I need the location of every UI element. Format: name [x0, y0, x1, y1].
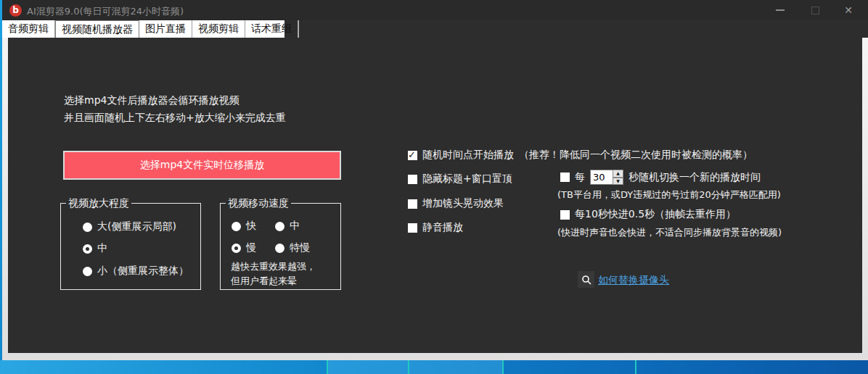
spinner-down-button[interactable]: ▼ [613, 178, 623, 186]
speed-note-line-2: 但用户看起来晕 [231, 275, 297, 288]
checkbox-icon [408, 199, 417, 209]
tab-video-edit[interactable]: 视频剪辑 [192, 20, 245, 38]
checkbox-hide-title-topmost[interactable]: 隐藏标题+窗口置顶 [408, 173, 512, 186]
checkbox-fast-forward[interactable]: 每10秒快进0.5秒（抽帧去重作用） [560, 208, 736, 221]
tab-script-remix[interactable]: 话术重组 [245, 20, 298, 38]
checkbox-label: 每10秒快进0.5秒（抽帧去重作用） [575, 208, 736, 221]
interval-value-input[interactable] [590, 170, 613, 185]
tab-video-random-player[interactable]: 视频随机播放器 [55, 20, 139, 38]
intro-line-1: 选择mp4文件后播放器会循环播放视频 [64, 94, 239, 107]
speed-note-line-1: 越快去重效果越强， [231, 260, 316, 273]
checkbox-checked-icon [408, 151, 417, 160]
zoom-level-group: 视频放大程度 大(侧重展示局部) 中 小（侧重展示整体） [60, 203, 201, 290]
desktop-divider [408, 360, 409, 374]
radio-zoom-small[interactable]: 小（侧重展示整体） [83, 265, 189, 278]
spinner-up-button[interactable]: ▲ [613, 170, 623, 178]
radio-zoom-large[interactable]: 大(侧重展示局部) [83, 220, 176, 233]
select-mp4-button[interactable]: 选择mp4文件实时位移播放 [63, 151, 341, 180]
checkbox-icon [560, 210, 570, 220]
desktop-divider [327, 360, 328, 374]
fast-forward-note: (快进时声音也会快进，不适合同步播放背景音的视频) [557, 226, 782, 239]
radio-icon [232, 222, 241, 231]
radio-speed-slow[interactable]: 慢 [232, 241, 256, 254]
radio-icon [83, 223, 92, 232]
radio-label: 中 [290, 220, 300, 233]
radio-selected-icon [232, 244, 241, 253]
minimize-icon [776, 9, 785, 11]
interval-suffix: 秒随机切换一个新的播放时间 [629, 171, 761, 184]
checkbox-hint: （推荐！降低同一个视频二次使用时被检测的概率） [519, 149, 753, 162]
radio-speed-extra-slow[interactable]: 特慢 [275, 241, 310, 254]
close-icon: ✕ [844, 5, 853, 15]
tab-image-live[interactable]: 图片直播 [139, 20, 192, 38]
search-icon [581, 275, 591, 285]
minimize-button[interactable] [766, 0, 795, 20]
radio-label: 大(侧重展示局部) [97, 220, 176, 233]
radio-label: 中 [97, 242, 107, 255]
move-speed-group: 视频移动速度 快 中 慢 特慢 越快去重效果越强， 但用户看起来晕 [220, 203, 341, 290]
radio-icon [275, 222, 284, 231]
tab-bar: 音频剪辑 视频随机播放器 图片直播 视频剪辑 话术重组 [2, 20, 284, 38]
desktop-background-bottom [0, 360, 868, 374]
radio-zoom-medium[interactable]: 中 [83, 242, 107, 255]
checkbox-label: 随机时间点开始播放 [422, 149, 514, 162]
search-button[interactable] [578, 271, 594, 288]
maximize-button[interactable] [801, 0, 830, 20]
radio-icon [275, 244, 284, 253]
camera-help-link[interactable]: 如何替换摄像头 [598, 274, 669, 287]
zoom-level-group-title: 视频放大程度 [66, 197, 131, 210]
radio-label: 小（侧重展示整体） [97, 265, 189, 278]
radio-speed-medium[interactable]: 中 [275, 220, 300, 233]
checkbox-label: 隐藏标题+窗口置顶 [422, 173, 512, 186]
radio-label: 慢 [246, 241, 256, 254]
radio-selected-icon [83, 244, 92, 254]
main-panel: 选择mp4文件后播放器会循环播放视频 并且画面随机上下左右移动+放大缩小来完成去… [8, 38, 862, 353]
radio-speed-fast[interactable]: 快 [232, 220, 256, 233]
desktop-window-edge [328, 360, 502, 374]
interval-spinner: ▲ ▼ [590, 170, 623, 185]
desktop-divider [502, 360, 504, 374]
checkbox-camera-shake[interactable]: 增加镜头晃动效果 [408, 197, 504, 210]
app-window: b AI混剪器9.0(每日可混剪24小时音频) ✕ 音频剪辑 视频随机播放器 图… [0, 0, 868, 374]
checkbox-icon [408, 223, 417, 233]
checkbox-switch-interval[interactable]: 每 ▲ ▼ 秒随机切换一个新的播放时间 [560, 170, 761, 185]
titlebar[interactable]: b AI混剪器9.0(每日可混剪24小时音频) ✕ [2, 0, 868, 20]
maximize-icon [811, 7, 819, 14]
checkbox-icon [560, 173, 570, 182]
intro-line-2: 并且画面随机上下左右移动+放大缩小来完成去重 [64, 112, 286, 125]
radio-label: 特慢 [290, 241, 310, 254]
window-title: AI混剪器9.0(每日可混剪24小时音频) [27, 5, 184, 18]
radio-label: 快 [246, 220, 256, 233]
checkbox-icon [408, 175, 417, 184]
interval-prefix: 每 [575, 171, 585, 184]
app-logo-icon: b [9, 4, 22, 17]
interval-note: (TB平台用，或DY违规过的号过前20分钟严格匹配用) [557, 188, 781, 201]
checkbox-random-start[interactable]: 随机时间点开始播放 （推荐！降低同一个视频二次使用时被检测的概率） [408, 149, 753, 162]
radio-icon [83, 267, 92, 276]
desktop-divider [635, 360, 636, 374]
tab-bar-filler [298, 20, 299, 38]
checkbox-label: 静音播放 [422, 221, 463, 234]
tab-audio-edit[interactable]: 音频剪辑 [2, 20, 55, 38]
checkbox-mute-playback[interactable]: 静音播放 [408, 221, 463, 234]
checkbox-label: 增加镜头晃动效果 [422, 197, 504, 210]
close-button[interactable]: ✕ [834, 0, 863, 20]
move-speed-group-title: 视频移动速度 [226, 197, 291, 210]
